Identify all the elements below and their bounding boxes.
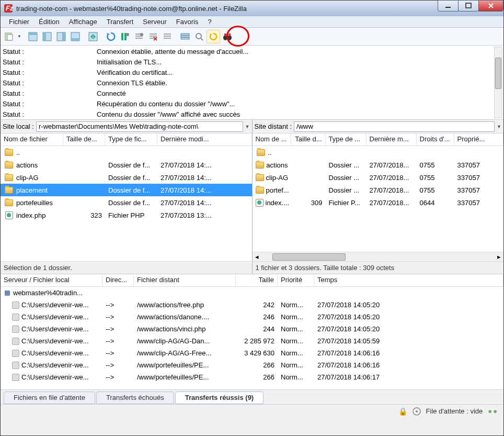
filter-button[interactable] <box>178 30 192 43</box>
log-message: Connexion établie, attente du message d'… <box>97 47 248 57</box>
queue-list[interactable]: webmaster%40tradin...C:\Users\devenir-we… <box>1 287 503 389</box>
col-rsize[interactable]: Taille d... <box>291 133 326 146</box>
col-rname[interactable]: Nom de ... <box>253 133 291 146</box>
qcol-remote[interactable]: Fichier distant <box>134 274 236 286</box>
list-row[interactable]: index.php323Fichier PHP27/07/2018 13:... <box>1 209 252 221</box>
svg-rect-29 <box>181 36 189 37</box>
log-message: Connexion TLS établie. <box>97 78 167 88</box>
file-icon <box>12 326 19 333</box>
folder-icon <box>4 149 14 156</box>
list-row[interactable]: actionsDossier de f...27/07/2018 14:... <box>1 159 252 171</box>
queue-row[interactable]: C:\Users\devenir-we...-->/www/clip-AG/AG… <box>1 335 503 347</box>
folder-icon <box>256 162 265 169</box>
menu-transfer[interactable]: Transfert <box>102 17 138 27</box>
titlebar[interactable]: Fz trading-note-com - webmaster%40tradin… <box>1 1 503 16</box>
php-file-icon <box>4 211 14 219</box>
log-label: Statut : <box>3 68 97 78</box>
minimize-button[interactable] <box>438 0 459 12</box>
list-row[interactable]: portef...Dossier ...27/07/2018...0755337… <box>253 184 504 196</box>
remote-site-bar: Site distant : ▼ <box>253 120 504 133</box>
file-icon <box>12 338 19 345</box>
col-rown[interactable]: Proprié... <box>454 133 504 146</box>
menu-help[interactable]: ? <box>203 17 215 27</box>
col-date[interactable]: Dernière modi... <box>157 133 252 146</box>
list-row[interactable]: .. <box>253 146 504 159</box>
queue-row[interactable]: C:\Users\devenir-we...-->/www/portefeuil… <box>1 359 503 371</box>
toggle-queue-button[interactable] <box>68 30 82 43</box>
file-name: index.php <box>16 211 45 219</box>
menu-server[interactable]: Serveur <box>139 17 171 27</box>
qcol-time[interactable]: Temps <box>314 274 503 286</box>
remote-hscroll[interactable]: ◂ ▸ <box>253 252 504 261</box>
tab-failed[interactable]: Transferts échoués <box>96 392 174 404</box>
local-file-list[interactable]: ..actionsDossier de f...27/07/2018 14:..… <box>1 146 252 261</box>
qcol-prio[interactable]: Priorité <box>278 274 314 286</box>
message-log[interactable]: Statut :Connexion établie, attente du me… <box>1 46 503 120</box>
qcol-local[interactable]: Serveur / Fichier local <box>1 274 102 286</box>
queue-server-row[interactable]: webmaster%40tradin... <box>1 287 503 299</box>
remote-path-dropdown-icon[interactable]: ▼ <box>497 124 501 129</box>
sitemanager-button[interactable] <box>3 30 16 43</box>
sync-browse-button[interactable] <box>86 30 100 43</box>
qcol-dir[interactable]: Direc... <box>102 274 134 286</box>
file-name: portef... <box>266 186 289 194</box>
file-name: .. <box>268 149 272 156</box>
log-message: Vérification du certificat... <box>97 68 173 78</box>
queue-row[interactable]: C:\Users\devenir-we...-->/www/clip-AG/AG… <box>1 347 503 359</box>
log-label: Statut : <box>3 47 97 57</box>
tab-success[interactable]: Transferts réussis (9) <box>175 392 264 404</box>
qcol-size[interactable]: Taille <box>236 274 278 286</box>
col-name[interactable]: Nom de fichier <box>1 133 63 146</box>
cancel-button[interactable] <box>132 30 146 43</box>
log-row: Statut :Vérification du certificat... <box>3 68 501 78</box>
log-row: Statut :Connecté <box>3 88 501 99</box>
col-type[interactable]: Type de fic... <box>105 133 157 146</box>
lock-icon: 🔒 <box>398 407 407 416</box>
local-list-header: Nom de fichier Taille de... Type de fic.… <box>1 133 252 146</box>
col-size[interactable]: Taille de... <box>63 133 105 146</box>
binoculars-button[interactable] <box>221 30 234 43</box>
compare-button[interactable] <box>207 30 220 43</box>
window-title: trading-note-com - webmaster%40trading-n… <box>16 5 438 13</box>
refresh-button[interactable] <box>104 30 118 43</box>
tab-queued[interactable]: Fichiers en file d'attente <box>4 392 95 404</box>
search-button[interactable] <box>192 30 206 43</box>
queue-row[interactable]: C:\Users\devenir-we...-->/www/actions/vi… <box>1 323 503 335</box>
process-queue-button[interactable] <box>118 30 132 43</box>
toggle-log-button[interactable] <box>26 30 40 43</box>
file-icon <box>12 314 19 321</box>
list-row[interactable]: actionsDossier ...27/07/2018...075533705… <box>253 159 504 171</box>
list-row[interactable]: placementDossier de f...27/07/2018 14:..… <box>1 184 252 196</box>
maximize-button[interactable] <box>458 0 479 12</box>
local-path-input[interactable] <box>36 121 243 132</box>
list-row[interactable]: index....309Fichier P...27/07/2018...064… <box>253 196 504 209</box>
log-scrollbar[interactable] <box>494 47 502 118</box>
col-rdate[interactable]: Dernière m... <box>366 133 417 146</box>
list-row[interactable]: clip-AGDossier ...27/07/2018...075533705… <box>253 171 504 184</box>
close-button[interactable] <box>478 0 503 12</box>
list-row[interactable]: portefeuillesDossier de f...27/07/2018 1… <box>1 196 252 209</box>
col-rperm[interactable]: Droits d'... <box>417 133 454 146</box>
svg-line-32 <box>201 38 203 40</box>
list-row[interactable]: .. <box>1 146 252 159</box>
list-row[interactable]: clip-AGDossier de f...27/07/2018 14:... <box>1 171 252 184</box>
sitemanager-dropdown[interactable]: ▼ <box>17 34 22 39</box>
toggle-remotetree-button[interactable] <box>54 30 68 43</box>
reconnect-button[interactable] <box>161 30 174 43</box>
local-path-dropdown-icon[interactable]: ▼ <box>245 124 250 129</box>
queue-row[interactable]: C:\Users\devenir-we...-->/www/actions/da… <box>1 311 503 323</box>
file-name: placement <box>16 186 48 194</box>
toggle-localtree-button[interactable] <box>40 30 54 43</box>
menu-edit[interactable]: Édition <box>35 17 64 27</box>
svg-point-17 <box>126 33 129 36</box>
remote-file-list[interactable]: ..actionsDossier ...27/07/2018...0755337… <box>253 146 504 252</box>
menu-favorites[interactable]: Favoris <box>172 17 203 27</box>
server-icon <box>4 289 11 297</box>
queue-row[interactable]: C:\Users\devenir-we...-->/www/portefeuil… <box>1 371 503 383</box>
disconnect-button[interactable] <box>146 30 160 43</box>
queue-row[interactable]: C:\Users\devenir-we...-->/www/actions/fr… <box>1 299 503 311</box>
menu-view[interactable]: Affichage <box>65 17 101 27</box>
remote-path-input[interactable] <box>294 121 495 132</box>
menu-file[interactable]: Fichier <box>5 17 33 27</box>
col-rtype[interactable]: Type de ... <box>326 133 366 146</box>
